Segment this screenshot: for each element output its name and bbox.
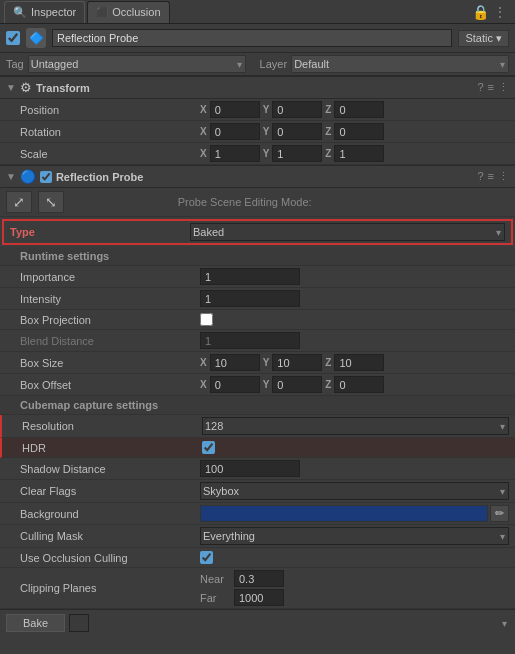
- rotation-y-input[interactable]: [272, 123, 322, 140]
- tag-select[interactable]: Untagged: [28, 55, 246, 73]
- culling-mask-select[interactable]: Everything Nothing Default: [200, 527, 509, 545]
- scale-z-label: Z: [325, 148, 331, 159]
- reflection-probe-settings-icon[interactable]: ≡: [488, 170, 494, 183]
- reflection-probe-help-icon[interactable]: ?: [477, 170, 483, 183]
- scale-value: X Y Z: [200, 145, 509, 162]
- lock-icon[interactable]: 🔒: [472, 4, 489, 20]
- box-offset-y-label: Y: [263, 379, 270, 390]
- object-name-input[interactable]: [52, 29, 452, 47]
- reflection-probe-chevron: ▼: [6, 171, 16, 182]
- reflection-probe-more-icon[interactable]: ⋮: [498, 170, 509, 183]
- background-value: ✏: [200, 505, 509, 522]
- static-button[interactable]: Static ▾: [458, 30, 509, 47]
- background-color-swatch[interactable]: [200, 505, 488, 522]
- inspector-tab-icon: 🔍: [13, 6, 27, 19]
- box-projection-checkbox[interactable]: [200, 313, 213, 326]
- reflection-probe-section-icons[interactable]: ? ≡ ⋮: [477, 170, 509, 183]
- rotation-z-input[interactable]: [334, 123, 384, 140]
- tab-occlusion[interactable]: ⬛ Occlusion: [87, 1, 169, 23]
- transform-settings-icon[interactable]: ≡: [488, 81, 494, 94]
- transform-section-icons[interactable]: ? ≡ ⋮: [477, 81, 509, 94]
- resolution-label: Resolution: [22, 420, 202, 432]
- bake-dropdown-wrapper: [69, 614, 509, 632]
- clear-flags-label: Clear Flags: [20, 485, 200, 497]
- intensity-input[interactable]: [200, 290, 300, 307]
- bake-dropdown[interactable]: [69, 614, 89, 632]
- background-color-edit-button[interactable]: ✏: [490, 505, 509, 522]
- transform-help-icon[interactable]: ?: [477, 81, 483, 94]
- box-offset-x-input[interactable]: [210, 376, 260, 393]
- blend-distance-input[interactable]: [200, 332, 300, 349]
- transform-more-icon[interactable]: ⋮: [498, 81, 509, 94]
- shadow-distance-value: [200, 460, 509, 477]
- background-row: Background ✏: [0, 503, 515, 525]
- cubemap-settings-label: Cubemap capture settings: [0, 396, 515, 415]
- occlusion-tab-icon: ⬛: [96, 7, 108, 18]
- near-input[interactable]: [234, 570, 284, 587]
- position-z-input[interactable]: [334, 101, 384, 118]
- reflection-probe-section-header[interactable]: ▼ 🔵 Reflection Probe ? ≡ ⋮: [0, 165, 515, 188]
- tab-bar-actions[interactable]: 🔒 ⋮: [472, 4, 511, 20]
- position-row: Position X Y Z: [0, 99, 515, 121]
- box-size-y-label: Y: [263, 357, 270, 368]
- intensity-value: [200, 290, 509, 307]
- shadow-distance-input[interactable]: [200, 460, 300, 477]
- use-occlusion-checkbox[interactable]: [200, 551, 213, 564]
- bake-button[interactable]: Bake: [6, 614, 65, 632]
- near-row: Near: [200, 570, 284, 587]
- far-input[interactable]: [234, 589, 284, 606]
- pos-z-label: Z: [325, 104, 331, 115]
- occlusion-tab-label: Occlusion: [112, 6, 160, 18]
- use-occlusion-label: Use Occlusion Culling: [20, 552, 200, 564]
- box-projection-label: Box Projection: [20, 314, 200, 326]
- scale-x-input[interactable]: [210, 145, 260, 162]
- resolution-select[interactable]: 16 32 64 128 256 512 1024: [202, 417, 509, 435]
- clear-flags-select[interactable]: Skybox Solid Color: [200, 482, 509, 500]
- box-size-z-input[interactable]: [334, 354, 384, 371]
- background-label: Background: [20, 508, 200, 520]
- scale-y-input[interactable]: [272, 145, 322, 162]
- position-label: Position: [20, 104, 200, 116]
- transform-icon: ⚙: [20, 80, 32, 95]
- rot-z-label: Z: [325, 126, 331, 137]
- box-projection-value: [200, 313, 509, 326]
- box-size-x-input[interactable]: [210, 354, 260, 371]
- box-size-z-label: Z: [325, 357, 331, 368]
- menu-icon[interactable]: ⋮: [493, 4, 507, 20]
- pos-y-label: Y: [263, 104, 270, 115]
- box-size-y-input[interactable]: [272, 354, 322, 371]
- box-size-label: Box Size: [20, 357, 200, 369]
- hdr-checkbox[interactable]: [202, 441, 215, 454]
- layer-select[interactable]: Default: [291, 55, 509, 73]
- reflection-probe-enabled[interactable]: [40, 171, 52, 183]
- resolution-row: Resolution 16 32 64 128 256 512 1024: [0, 415, 515, 438]
- tab-bar: 🔍 Inspector ⬛ Occlusion 🔒 ⋮: [0, 0, 515, 24]
- transform-section-header[interactable]: ▼ ⚙ Transform ? ≡ ⋮: [0, 76, 515, 99]
- probe-edit-button1[interactable]: ⤢: [6, 191, 32, 213]
- main-content: 🔷 Static ▾ Tag Untagged Layer Default ▼ …: [0, 24, 515, 654]
- type-label: Type: [10, 226, 190, 238]
- type-select-wrapper: Baked Custom Realtime: [190, 223, 505, 241]
- box-offset-y-input[interactable]: [272, 376, 322, 393]
- rotation-x-input[interactable]: [210, 123, 260, 140]
- hdr-value: [202, 441, 509, 454]
- position-x-input[interactable]: [210, 101, 260, 118]
- tab-inspector[interactable]: 🔍 Inspector: [4, 1, 85, 23]
- importance-input[interactable]: [200, 268, 300, 285]
- scale-z-input[interactable]: [334, 145, 384, 162]
- box-offset-z-input[interactable]: [334, 376, 384, 393]
- box-offset-z-label: Z: [325, 379, 331, 390]
- reflection-probe-icon: 🔵: [20, 169, 36, 184]
- importance-row: Importance: [0, 266, 515, 288]
- resolution-select-wrapper: 16 32 64 128 256 512 1024: [202, 417, 509, 435]
- culling-mask-row: Culling Mask Everything Nothing Default: [0, 525, 515, 548]
- far-label: Far: [200, 592, 230, 604]
- box-projection-row: Box Projection: [0, 310, 515, 330]
- bake-row: Bake: [0, 609, 515, 636]
- blend-distance-row: Blend Distance: [0, 330, 515, 352]
- position-value: X Y Z: [200, 101, 509, 118]
- type-select[interactable]: Baked Custom Realtime: [190, 223, 505, 241]
- probe-edit-button2[interactable]: ⤡: [38, 191, 64, 213]
- object-enabled-toggle[interactable]: [6, 31, 20, 45]
- position-y-input[interactable]: [272, 101, 322, 118]
